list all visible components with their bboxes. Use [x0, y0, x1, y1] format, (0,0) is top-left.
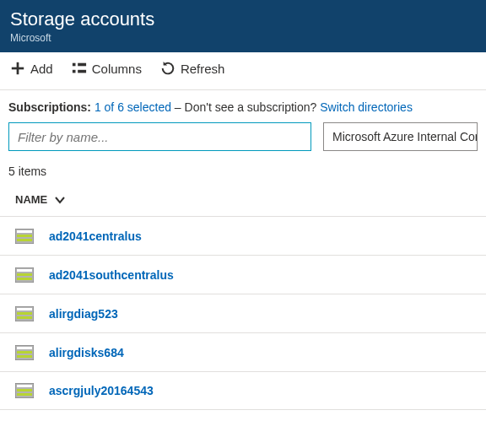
storage-account-icon: [15, 345, 34, 360]
storage-account-name: ascrgjuly20164543: [49, 384, 154, 397]
storage-account-name: ad2041southcentralus: [49, 268, 174, 282]
storage-account-icon: [15, 267, 34, 283]
chevron-down-icon: [54, 194, 66, 206]
column-name-label: NAME: [15, 193, 47, 206]
page-header: Storage accounts Microsoft: [0, 0, 486, 52]
column-header-name[interactable]: NAME: [0, 186, 486, 216]
item-count: 5 items: [0, 161, 486, 186]
filters-row: Microsoft Azure Internal Consumption: [0, 122, 486, 161]
plus-icon: [10, 61, 25, 76]
refresh-button[interactable]: Refresh: [160, 61, 225, 76]
subscriptions-hint: – Don't see a subscription?: [171, 100, 320, 114]
columns-label: Columns: [92, 62, 142, 76]
switch-directories-link[interactable]: Switch directories: [320, 100, 413, 114]
svg-rect-9: [78, 70, 86, 73]
refresh-icon: [160, 61, 176, 76]
table-row[interactable]: ad2041southcentralus: [0, 255, 486, 294]
toolbar: Add Columns Refresh: [0, 52, 486, 90]
storage-account-icon: [15, 229, 34, 244]
columns-button[interactable]: Columns: [72, 61, 142, 76]
storage-account-name: alirgdisks684: [49, 346, 124, 359]
page-subtitle: Microsoft: [10, 32, 476, 44]
subscription-dropdown-value: Microsoft Azure Internal Consumption: [332, 130, 478, 143]
table-row[interactable]: alirgdisks684: [0, 332, 486, 371]
subscriptions-bar: Subscriptions: 1 of 6 selected – Don't s…: [0, 90, 486, 122]
subscription-dropdown[interactable]: Microsoft Azure Internal Consumption: [323, 122, 478, 151]
table-row[interactable]: ad2041centralus: [0, 216, 486, 255]
page-title: Storage accounts: [10, 8, 476, 30]
table-row[interactable]: alirgdiag523: [0, 294, 486, 332]
refresh-label: Refresh: [181, 62, 225, 76]
svg-rect-7: [78, 63, 86, 67]
subscriptions-selected-link[interactable]: 1 of 6 selected: [94, 100, 171, 114]
subscriptions-label: Subscriptions:: [8, 100, 91, 114]
add-button[interactable]: Add: [10, 61, 53, 76]
storage-account-icon: [15, 306, 34, 321]
filter-by-name-input[interactable]: [8, 122, 311, 151]
results-list: ad2041centralusad2041southcentralusalirg…: [0, 216, 486, 413]
columns-icon: [72, 61, 87, 76]
storage-account-icon: [15, 383, 34, 398]
table-row[interactable]: ascrgjuly20164543: [0, 371, 486, 410]
svg-rect-8: [73, 70, 76, 73]
add-label: Add: [30, 62, 53, 76]
svg-rect-6: [73, 63, 76, 67]
storage-account-name: ad2041centralus: [49, 229, 142, 243]
storage-account-name: alirgdiag523: [49, 307, 118, 321]
